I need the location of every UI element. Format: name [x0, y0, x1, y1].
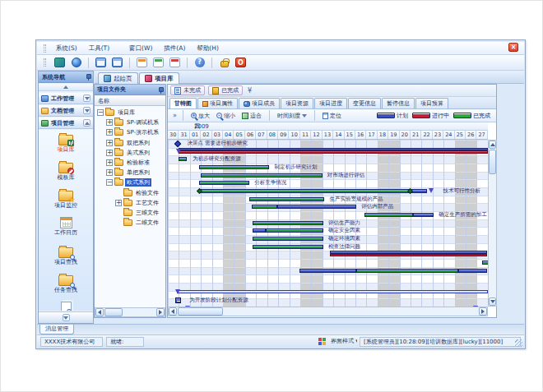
- toolbar-button[interactable]: [151, 56, 165, 69]
- gantt-bar-unnamed[interactable]: [330, 254, 486, 257]
- gantt-bar-为初步研究分配资源[interactable]: [179, 157, 186, 161]
- toolbar-overflow-button[interactable]: »: [173, 112, 177, 119]
- tree-item-美式系列[interactable]: +美式系列: [106, 148, 151, 158]
- sidebar-item-项目文档查找[interactable]: 项目文档查找: [39, 302, 93, 311]
- gantt-tab-项目进度[interactable]: 项目进度: [314, 98, 347, 108]
- expand-icon[interactable]: +: [115, 200, 122, 206]
- gantt-vertical-scrollbar[interactable]: [488, 140, 497, 307]
- sidebar-item-任务查找[interactable]: 任务查找: [39, 273, 93, 298]
- gantt-bar-评估内部产品[interactable]: [277, 205, 357, 209]
- nav-collapse-button[interactable]: [39, 84, 93, 91]
- tab-起始页[interactable]: 起始页: [98, 72, 138, 84]
- tree-item-单把系列[interactable]: +单把系列: [106, 168, 151, 178]
- menu-item[interactable]: 工具(T): [83, 43, 115, 54]
- ui-style-dropdown[interactable]: 界面样式 ▾: [327, 337, 357, 347]
- chevron-down-icon[interactable]: [83, 107, 90, 114]
- tree-item-欧式系列[interactable]: −欧式系列: [106, 178, 151, 187]
- toolbar-button[interactable]: [94, 56, 108, 69]
- filter-overflow-glyph[interactable]: ¥: [248, 87, 252, 95]
- filter-button-已完成[interactable]: 已完成: [208, 85, 243, 95]
- scroll-up-button[interactable]: [489, 141, 496, 149]
- menu-item[interactable]: 窗口(W): [123, 43, 158, 54]
- sidebar-item-模板库[interactable]: 模板库: [39, 160, 93, 186]
- gantt-horizontal-scrollbar[interactable]: [168, 307, 488, 316]
- gantt-bar-确定生产所需的加工[interactable]: [413, 213, 434, 217]
- toolbar-button[interactable]: [53, 56, 67, 69]
- gantt-bar-unnamed[interactable]: [179, 150, 487, 154]
- tree-item-双把系列[interactable]: +双把系列: [106, 138, 151, 148]
- scroll-left-button[interactable]: [95, 308, 104, 316]
- gantt-bar-unnamed[interactable]: [482, 261, 488, 265]
- scroll-down-button[interactable]: [489, 297, 496, 306]
- timescale-dropdown[interactable]: 时间刻度: [276, 111, 309, 121]
- nav-section-2[interactable]: 文档管理: [39, 105, 93, 117]
- gantt-bar-unnamed[interactable]: [177, 290, 488, 293]
- gantt-tab-项目资源[interactable]: 项目资源: [281, 98, 313, 108]
- menu-item[interactable]: 系统(S): [50, 43, 83, 54]
- chevron-up-icon[interactable]: [83, 119, 90, 127]
- pin-icon[interactable]: [157, 87, 163, 94]
- tree-item-三维文件[interactable]: 三维文件: [115, 208, 160, 218]
- gantt-bar-评估内部产品[interactable]: [252, 205, 277, 209]
- locate-button[interactable]: 定位: [321, 111, 343, 121]
- tree-horizontal-scrollbar[interactable]: [95, 307, 165, 317]
- sidebar-item-项目库[interactable]: 项目库: [39, 132, 93, 158]
- gantt-tab-甘特图[interactable]: 甘特图: [169, 98, 197, 108]
- expand-icon[interactable]: +: [106, 140, 113, 146]
- toolbar-button[interactable]: [69, 56, 83, 69]
- gantt-tab-变更信息[interactable]: 变更信息: [348, 98, 381, 108]
- gantt-bar-生产实验室规模的产品[interactable]: [249, 197, 324, 201]
- resize-grip[interactable]: [515, 339, 522, 347]
- zoom-in-button[interactable]: +放大: [189, 111, 211, 121]
- scroll-thumb[interactable]: [104, 308, 123, 316]
- tree-item-检验文件[interactable]: 检验文件: [115, 188, 160, 198]
- filter-button-未完成[interactable]: 未完成: [170, 85, 205, 95]
- gantt-bar-对市场进行评估[interactable]: [201, 173, 323, 178]
- nav-section-3[interactable]: 项目管理: [39, 118, 93, 129]
- toolbar-button[interactable]: O: [234, 56, 248, 69]
- collapse-icon[interactable]: −: [106, 179, 113, 186]
- gantt-tab-暂停信息[interactable]: 暂停信息: [382, 98, 415, 108]
- gantt-bar-确定安全因素[interactable]: [266, 228, 323, 233]
- gantt-bar-评估生产能力[interactable]: [253, 221, 323, 225]
- scroll-left-button[interactable]: [169, 307, 177, 316]
- sidebar-item-工作日历[interactable]: 工作日历: [39, 217, 93, 242]
- gantt-bar-技术可行性分析[interactable]: [199, 189, 411, 193]
- gantt-bar-unnamed[interactable]: [299, 269, 357, 273]
- tree-item-检验标准[interactable]: +检验标准: [106, 158, 151, 168]
- toolbar-button[interactable]: [168, 56, 182, 69]
- scroll-thumb[interactable]: [178, 307, 223, 316]
- fit-button[interactable]: 适合: [240, 111, 263, 121]
- gantt-bar-制定初步研究计划[interactable]: [199, 165, 270, 169]
- toolbar-button[interactable]: [217, 56, 231, 69]
- tree-item-SP-演示机系[interactable]: +SP-演示机系: [106, 127, 160, 137]
- expand-icon[interactable]: +: [106, 169, 113, 176]
- tree-item-二维文件[interactable]: 二维文件: [115, 218, 160, 228]
- nav-section-1[interactable]: 工作管理: [39, 93, 93, 104]
- toolbar-button[interactable]: [135, 56, 149, 69]
- gantt-bar-确定生产所需的加工[interactable]: [364, 213, 413, 217]
- pin-icon[interactable]: [85, 74, 90, 81]
- chevron-down-icon[interactable]: [83, 95, 90, 102]
- menu-item[interactable]: 帮助(H): [191, 43, 225, 54]
- expand-icon[interactable]: +: [106, 129, 113, 136]
- nav-collapsed-section[interactable]: [39, 311, 93, 323]
- gantt-tab-项目成员[interactable]: 项目成员: [239, 98, 280, 108]
- scroll-right-button[interactable]: [479, 307, 487, 316]
- sidebar-item-项目查找[interactable]: 项目查找: [39, 245, 93, 270]
- gantt-tab-项目属性[interactable]: 项目属性: [197, 98, 238, 108]
- gantt-bar-unnamed[interactable]: [458, 269, 487, 273]
- gantt-bar-确定环境因素[interactable]: [253, 237, 323, 241]
- gantt-bar-unnamed[interactable]: [356, 269, 457, 273]
- toolbar-button[interactable]: [110, 56, 124, 69]
- scroll-thumb[interactable]: [489, 150, 496, 174]
- expand-icon[interactable]: +: [106, 159, 113, 166]
- gantt-bar-分析竞争情况[interactable]: [199, 181, 250, 185]
- close-tab-button[interactable]: ×: [508, 43, 518, 52]
- gantt-tab-项目预算[interactable]: 项目预算: [415, 98, 448, 108]
- gantt-bar-确定安全因素[interactable]: [253, 228, 266, 233]
- zoom-out-button[interactable]: -缩小: [215, 111, 237, 121]
- toolbar-button[interactable]: ?: [193, 56, 207, 69]
- collapse-icon[interactable]: −: [97, 109, 104, 116]
- tree-item-工艺文件[interactable]: +工艺文件: [115, 198, 160, 208]
